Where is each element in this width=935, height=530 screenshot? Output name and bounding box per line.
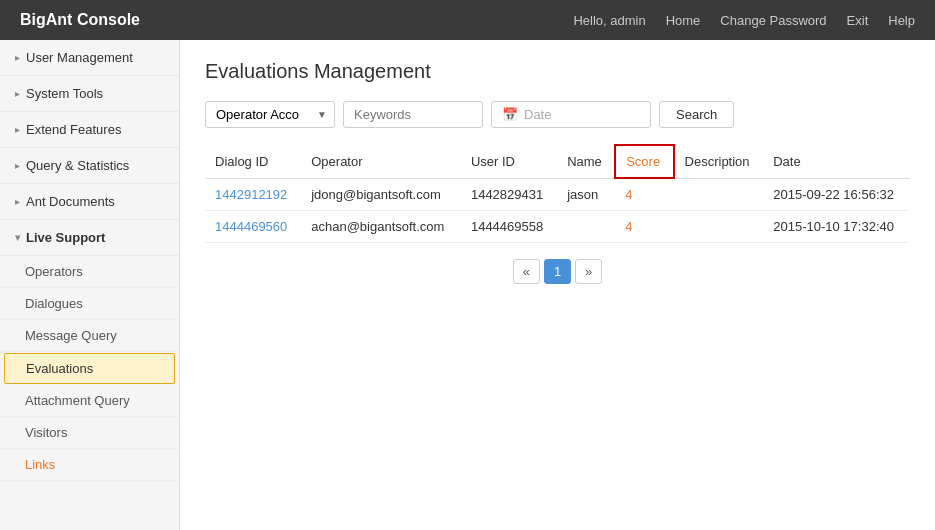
search-button[interactable]: Search [659,101,734,128]
sidebar-sub-evaluations[interactable]: Evaluations [4,353,175,384]
date-placeholder: Date [524,107,551,122]
evaluations-table: Dialog ID Operator User ID Name Score De… [205,144,910,243]
keywords-input[interactable] [343,101,483,128]
sidebar-item-query-statistics[interactable]: ▸ Query & Statistics [0,148,179,184]
pagination: « 1 » [205,259,910,284]
cell-user-id: 1444469558 [461,211,557,243]
sidebar-sub-dialogues[interactable]: Dialogues [0,288,179,320]
cell-user-id: 1442829431 [461,178,557,211]
sidebar-sub-visitors[interactable]: Visitors [0,417,179,449]
col-dialog-id: Dialog ID [205,145,301,178]
sidebar-sub-links[interactable]: Links [0,449,179,481]
cell-score: 4 [615,211,673,243]
cell-name: jason [557,178,615,211]
cell-date: 2015-10-10 17:32:40 [763,211,910,243]
col-score: Score [615,145,673,178]
cell-dialog-id[interactable]: 1444469560 [205,211,301,243]
chevron-right-icon: ▸ [15,88,20,99]
sidebar-sub-attachment-query[interactable]: Attachment Query [0,385,179,417]
nav-exit[interactable]: Exit [847,13,869,28]
sidebar-item-system-tools[interactable]: ▸ System Tools [0,76,179,112]
cell-operator: jdong@bigantsoft.com [301,178,461,211]
prev-page-button[interactable]: « [513,259,540,284]
sidebar-label-ant-documents: Ant Documents [26,194,115,209]
sidebar-sub-message-query[interactable]: Message Query [0,320,179,352]
filter-row: Operator Acco ▼ 📅 Date Search [205,101,910,128]
chevron-right-icon: ▸ [15,124,20,135]
sidebar-sub-operators[interactable]: Operators [0,256,179,288]
cell-score: 4 [615,178,673,211]
table-row: 1444469560 achan@bigantsoft.com 14444695… [205,211,910,243]
top-nav: BigAnt Console Hello, admin Home Change … [0,0,935,40]
sidebar-item-live-support[interactable]: ▾ Live Support [0,220,179,256]
chevron-right-icon: ▸ [15,52,20,63]
cell-operator: achan@bigantsoft.com [301,211,461,243]
sidebar-label-system-tools: System Tools [26,86,103,101]
col-operator: Operator [301,145,461,178]
operator-select-wrap: Operator Acco ▼ [205,101,335,128]
brand-title: BigAnt Console [20,11,140,29]
cell-date: 2015-09-22 16:56:32 [763,178,910,211]
sidebar: ▸ User Management ▸ System Tools ▸ Exten… [0,40,180,530]
nav-home[interactable]: Home [666,13,701,28]
sidebar-label-extend-features: Extend Features [26,122,121,137]
cell-dialog-id[interactable]: 1442912192 [205,178,301,211]
col-name: Name [557,145,615,178]
cell-description [674,178,764,211]
chevron-right-icon: ▸ [15,160,20,171]
date-filter[interactable]: 📅 Date [491,101,651,128]
nav-links: Hello, admin Home Change Password Exit H… [573,13,915,28]
col-date: Date [763,145,910,178]
col-user-id: User ID [461,145,557,178]
operator-select[interactable]: Operator Acco [205,101,335,128]
next-page-button[interactable]: » [575,259,602,284]
nav-help[interactable]: Help [888,13,915,28]
sidebar-label-user-management: User Management [26,50,133,65]
cell-name [557,211,615,243]
chevron-right-icon: ▸ [15,196,20,207]
main-content: Evaluations Management Operator Acco ▼ 📅… [180,40,935,530]
page-1-button[interactable]: 1 [544,259,571,284]
chevron-down-icon: ▾ [15,232,20,243]
sidebar-label-query-statistics: Query & Statistics [26,158,129,173]
cell-description [674,211,764,243]
sidebar-item-user-management[interactable]: ▸ User Management [0,40,179,76]
layout: ▸ User Management ▸ System Tools ▸ Exten… [0,40,935,530]
greeting: Hello, admin [573,13,645,28]
sidebar-item-ant-documents[interactable]: ▸ Ant Documents [0,184,179,220]
sidebar-item-extend-features[interactable]: ▸ Extend Features [0,112,179,148]
sidebar-label-live-support: Live Support [26,230,105,245]
table-row: 1442912192 jdong@bigantsoft.com 14428294… [205,178,910,211]
nav-change-password[interactable]: Change Password [720,13,826,28]
calendar-icon: 📅 [502,107,518,122]
page-title: Evaluations Management [205,60,910,83]
col-description: Description [674,145,764,178]
